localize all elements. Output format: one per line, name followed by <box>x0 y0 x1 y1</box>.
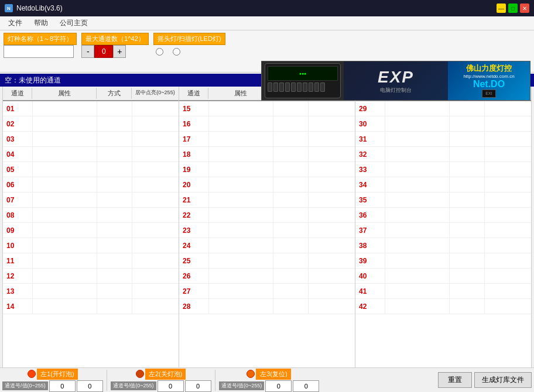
table-row[interactable]: 30 <box>355 116 531 132</box>
channel-method[interactable] <box>449 101 484 116</box>
channel-center[interactable] <box>308 208 355 222</box>
channel-method[interactable] <box>97 147 132 161</box>
channel-attribute[interactable] <box>32 116 97 131</box>
channel-method[interactable] <box>449 208 484 222</box>
table-row[interactable]: 11 <box>3 253 179 269</box>
channel-attribute[interactable] <box>208 101 273 116</box>
radio-option-1[interactable] <box>156 48 163 56</box>
channel-method[interactable] <box>97 208 132 222</box>
table-row[interactable]: 29 <box>355 101 531 116</box>
channel-center[interactable] <box>484 147 531 161</box>
table-row[interactable]: 07 <box>3 192 179 208</box>
channel-attribute[interactable] <box>32 208 97 222</box>
channel-center[interactable] <box>308 147 355 161</box>
channel-attribute[interactable] <box>32 101 97 116</box>
table-row[interactable]: 04 <box>3 147 179 162</box>
channel-method[interactable] <box>449 269 484 283</box>
channel-minus-button[interactable]: - <box>81 45 94 58</box>
channel-center[interactable] <box>132 238 179 253</box>
channel-method[interactable] <box>273 177 308 192</box>
channel-method[interactable] <box>449 253 484 268</box>
reset-button[interactable]: 重置 <box>438 372 472 388</box>
channel-attribute[interactable] <box>32 192 97 207</box>
menu-home[interactable]: 公司主页 <box>54 17 94 29</box>
channel-method[interactable] <box>273 147 308 161</box>
table-row[interactable]: 31 <box>355 132 531 147</box>
maximize-button[interactable]: □ <box>508 4 518 13</box>
channel-method[interactable] <box>449 223 484 238</box>
table-row[interactable]: 02 <box>3 116 179 132</box>
minimize-button[interactable]: — <box>497 4 506 13</box>
channel-attribute[interactable] <box>385 162 449 177</box>
channel-method[interactable] <box>273 132 308 146</box>
generate-button[interactable]: 生成灯库文件 <box>474 372 532 388</box>
table-row[interactable]: 19 <box>179 162 355 177</box>
channel-center[interactable] <box>484 116 531 131</box>
bottom-value2-3[interactable] <box>293 380 319 392</box>
bottom-value2-1[interactable] <box>77 380 103 392</box>
channel-attribute[interactable] <box>32 132 97 146</box>
channel-attribute[interactable] <box>208 116 273 131</box>
channel-method[interactable] <box>97 269 132 283</box>
channel-center[interactable] <box>484 299 531 314</box>
channel-method[interactable] <box>97 238 132 253</box>
table-row[interactable]: 18 <box>179 147 355 162</box>
channel-method[interactable] <box>449 177 484 192</box>
channel-center[interactable] <box>484 101 531 116</box>
table-row[interactable]: 37 <box>355 223 531 238</box>
table-row[interactable]: 39 <box>355 253 531 269</box>
table-row[interactable]: 26 <box>179 269 355 284</box>
channel-method[interactable] <box>273 253 308 268</box>
table-row[interactable]: 27 <box>179 284 355 299</box>
channel-attribute[interactable] <box>208 299 273 314</box>
channel-attribute[interactable] <box>385 299 449 314</box>
table-row[interactable]: 08 <box>3 208 179 223</box>
radio-option-2[interactable] <box>173 48 180 56</box>
channel-center[interactable] <box>484 192 531 207</box>
channel-center[interactable] <box>132 147 179 161</box>
channel-method[interactable] <box>273 101 308 116</box>
channel-method[interactable] <box>97 162 132 177</box>
channel-method[interactable] <box>273 162 308 177</box>
bottom-value2-2[interactable] <box>185 380 211 392</box>
channel-method[interactable] <box>97 284 132 298</box>
channel-attribute[interactable] <box>208 147 273 161</box>
table-row[interactable]: 17 <box>179 132 355 147</box>
channel-center[interactable] <box>308 177 355 192</box>
bottom-value1-3[interactable] <box>265 380 292 392</box>
channel-method[interactable] <box>97 177 132 192</box>
channel-method[interactable] <box>273 208 308 222</box>
channel-method[interactable] <box>273 192 308 207</box>
close-button[interactable]: ✕ <box>520 4 529 13</box>
table-row[interactable]: 24 <box>179 238 355 253</box>
channel-attribute[interactable] <box>385 101 449 116</box>
table-row[interactable]: 09 <box>3 223 179 238</box>
channel-attribute[interactable] <box>385 208 449 222</box>
channel-method[interactable] <box>97 101 132 116</box>
channel-plus-button[interactable]: + <box>113 45 126 58</box>
channel-attribute[interactable] <box>32 223 97 238</box>
channel-center[interactable] <box>132 192 179 207</box>
channel-center[interactable] <box>484 132 531 146</box>
channel-center[interactable] <box>484 162 531 177</box>
channel-method[interactable] <box>449 238 484 253</box>
channel-attribute[interactable] <box>385 269 449 283</box>
channel-attribute[interactable] <box>385 238 449 253</box>
table-row[interactable]: 12 <box>3 269 179 284</box>
channel-center[interactable] <box>132 208 179 222</box>
channel-method[interactable] <box>449 116 484 131</box>
table-row[interactable]: 35 <box>355 192 531 208</box>
channel-center[interactable] <box>484 253 531 268</box>
channel-attribute[interactable] <box>385 177 449 192</box>
channel-center[interactable] <box>132 269 179 283</box>
channel-attribute[interactable] <box>208 132 273 146</box>
channel-method[interactable] <box>97 192 132 207</box>
table-row[interactable]: 34 <box>355 177 531 192</box>
channel-method[interactable] <box>449 192 484 207</box>
table-row[interactable]: 36 <box>355 208 531 223</box>
channel-attribute[interactable] <box>208 192 273 207</box>
table-row[interactable]: 28 <box>179 299 355 314</box>
table-row[interactable]: 33 <box>355 162 531 177</box>
channel-center[interactable] <box>308 299 355 314</box>
channel-center[interactable] <box>132 162 179 177</box>
